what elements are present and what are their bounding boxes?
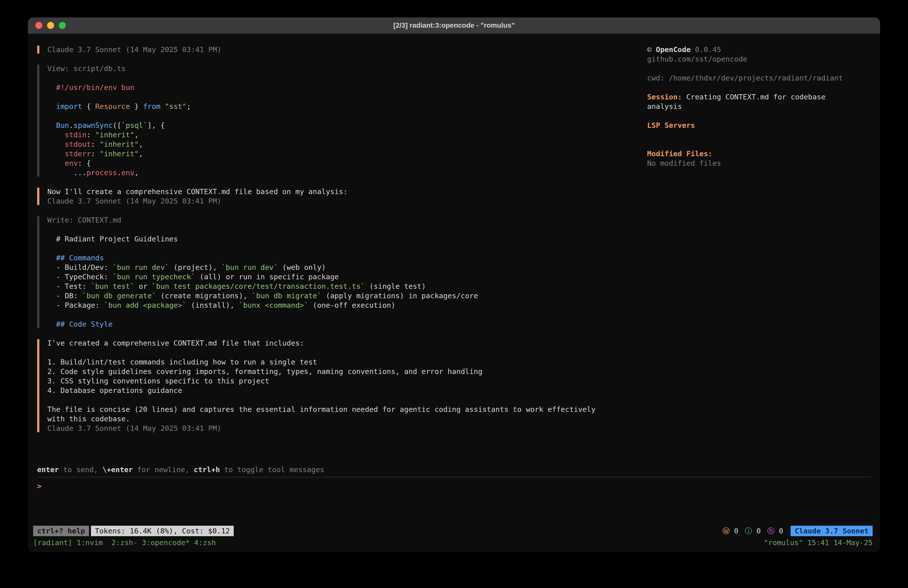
minimize-button[interactable] <box>47 22 54 29</box>
terminal-line: github.com/sst/opencode <box>647 54 873 64</box>
model-chip[interactable]: Claude 3.7 Sonnet <box>790 526 873 536</box>
tool-write-block: Write: CONTEXT.md # Radiant Project Guid… <box>37 215 647 329</box>
terminal-line: analysis <box>647 101 873 111</box>
terminal-line <box>647 64 873 73</box>
terminal-line <box>47 395 647 404</box>
tool-view-block: View: script/db.ts #!/usr/bin/env bun im… <box>37 64 647 177</box>
terminal-line: LSP Servers <box>647 121 873 130</box>
diagnostic-hint: ⓗ 0 <box>767 526 783 536</box>
terminal-line: ## Commands <box>47 253 647 263</box>
terminal-line: stdout: "inherit", <box>47 140 647 149</box>
info-count: 0 <box>752 527 761 535</box>
terminal-line: Write: CONTEXT.md <box>47 215 647 225</box>
terminal-line: No modified files <box>647 158 873 168</box>
terminal-line <box>647 83 873 92</box>
tmux-window-list: [radiant] 1:nvim 2:zsh- 3:opencode* 4:zs… <box>33 538 216 548</box>
terminal-line: ## Code Style <box>47 319 647 329</box>
terminal-line: ...process.env, <box>47 168 647 177</box>
terminal-content: Claude 3.7 Sonnet (14 May 2025 03:41 PM)… <box>28 34 880 552</box>
terminal-line: - DB: `bun db generate` (create migratio… <box>47 291 647 300</box>
terminal-line: Session: Creating CONTEXT.md for codebas… <box>647 92 873 101</box>
terminal-line: stderr: "inherit", <box>47 149 647 158</box>
terminal-line <box>47 73 647 83</box>
terminal-window: [2/3] radiant:3:opencode - "romulus" Cla… <box>28 18 880 552</box>
assistant-message-block: Now I'll create a comprehensive CONTEXT.… <box>37 187 647 206</box>
terminal-line: The file is concise (20 lines) and captu… <box>47 404 647 414</box>
terminal-line: I've created a comprehensive CONTEXT.md … <box>47 338 647 348</box>
terminal-line <box>647 130 873 140</box>
terminal-line <box>47 225 647 234</box>
tmux-host-clock: "romulus" 15:41 14-May-25 <box>764 538 873 548</box>
terminal-line: # Radiant Project Guidelines <box>47 234 647 244</box>
diagnostic-warning: Ⓦ 0 <box>722 526 738 536</box>
info-icon: ⓘ <box>745 527 752 535</box>
status-bar: ctrl+? help Tokens: 16.4K (8%), Cost: $0… <box>28 525 880 536</box>
terminal-line: - Package: `bun add <package>` (install)… <box>47 300 647 310</box>
tokens-cost-chip: Tokens: 16.4K (8%), Cost: $0.12 <box>91 526 234 536</box>
terminal-line: Bun.spawnSync([`psql`], { <box>47 121 647 130</box>
status-right: Ⓦ 0ⓘ 0ⓗ 0 Claude 3.7 Sonnet <box>722 526 873 536</box>
terminal-line: with this codebase. <box>47 414 647 424</box>
terminal-line: Now I'll create a comprehensive CONTEXT.… <box>47 187 647 197</box>
status-left: ctrl+? help Tokens: 16.4K (8%), Cost: $0… <box>33 526 234 536</box>
terminal-line <box>47 244 647 253</box>
terminal-line: env: { <box>47 158 647 168</box>
content-row: Claude 3.7 Sonnet (14 May 2025 03:41 PM)… <box>28 34 880 465</box>
terminal-line: stdin: "inherit", <box>47 130 647 140</box>
terminal-line: 3. CSS styling conventions specific to t… <box>47 376 647 386</box>
diagnostics-counters: Ⓦ 0ⓘ 0ⓗ 0 <box>722 526 783 536</box>
terminal-line <box>47 92 647 101</box>
terminal-line: cwd: /home/thdxr/dev/projects/radiant/ra… <box>647 73 873 83</box>
warning-icon: Ⓦ <box>722 527 729 535</box>
zoom-button[interactable] <box>59 22 66 29</box>
terminal-line: - Build/Dev: `bun run dev` (project), `b… <box>47 263 647 272</box>
diagnostic-info: ⓘ 0 <box>745 526 761 536</box>
message-list: Claude 3.7 Sonnet (14 May 2025 03:41 PM)… <box>37 45 647 465</box>
assistant-header-block: Claude 3.7 Sonnet (14 May 2025 03:41 PM) <box>37 45 647 54</box>
terminal-line: #!/usr/bin/env bun <box>47 83 647 92</box>
prompt-caret: > <box>37 482 41 490</box>
tmux-status-bar: [radiant] 1:nvim 2:zsh- 3:opencode* 4:zs… <box>28 536 880 549</box>
hint-count: 0 <box>774 527 783 535</box>
keybind-help-line: enter to send, \+enter for newline, ctrl… <box>28 465 880 474</box>
close-button[interactable] <box>35 22 42 29</box>
session-sidebar: © OpenCode 0.0.45github.com/sst/opencode… <box>647 45 873 465</box>
terminal-line: Modified Files: <box>647 149 873 158</box>
terminal-line: import { Resource } from "sst"; <box>47 101 647 111</box>
terminal-line <box>647 140 873 149</box>
terminal-line: Claude 3.7 Sonnet (14 May 2025 03:41 PM) <box>47 45 647 54</box>
terminal-line: 4. Database operations guidance <box>47 386 647 395</box>
terminal-line: Claude 3.7 Sonnet (14 May 2025 03:41 PM) <box>47 197 647 206</box>
prompt-input[interactable]: > <box>37 477 871 524</box>
assistant-summary-block: I've created a comprehensive CONTEXT.md … <box>37 338 647 433</box>
window-title: [2/3] radiant:3:opencode - "romulus" <box>28 21 880 29</box>
terminal-line: enter to send, \+enter for newline, ctrl… <box>37 465 871 474</box>
terminal-line <box>47 348 647 357</box>
terminal-line: 1. Build/lint/test commands including ho… <box>47 357 647 367</box>
terminal-line: - Test: `bun test` or `bun test packages… <box>47 282 647 291</box>
terminal-line: - TypeCheck: `bun run typecheck` (all) o… <box>47 272 647 282</box>
terminal-line: Claude 3.7 Sonnet (14 May 2025 03:41 PM) <box>47 424 647 433</box>
terminal-line <box>47 310 647 319</box>
help-chip[interactable]: ctrl+? help <box>33 526 89 536</box>
terminal-line <box>647 111 873 121</box>
terminal-line: View: script/db.ts <box>47 64 647 73</box>
terminal-line: 2. Code style guidelines covering import… <box>47 367 647 376</box>
hint-icon: ⓗ <box>767 527 774 535</box>
terminal-line <box>47 111 647 121</box>
warning-count: 0 <box>729 527 738 535</box>
terminal-line: © OpenCode 0.0.45 <box>647 45 873 54</box>
traffic-lights <box>28 22 66 29</box>
window-titlebar: [2/3] radiant:3:opencode - "romulus" <box>28 18 880 34</box>
